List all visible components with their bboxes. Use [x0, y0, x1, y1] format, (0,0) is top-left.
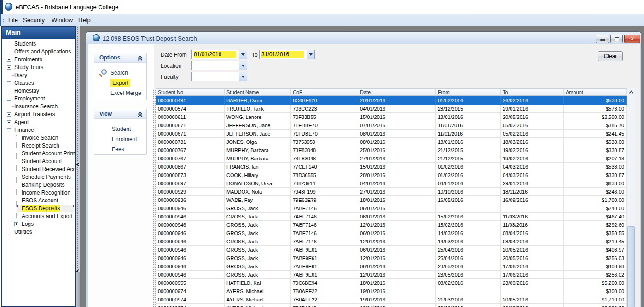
clear-button[interactable]: Clear: [598, 51, 623, 61]
sidebar-item-employment[interactable]: Employment: [2, 95, 75, 103]
dialog-titlebar[interactable]: 12.098 ESOS Trust Deposit Search ✕: [86, 32, 641, 44]
collapse-chevron-icon[interactable]: [138, 112, 143, 117]
sidebar-item-offers-and-applications[interactable]: Offers and Applications: [2, 48, 75, 56]
collapse-left-icon[interactable]: [76, 162, 80, 167]
options-item-export[interactable]: Export: [110, 80, 130, 86]
column-header-date[interactable]: Date: [358, 89, 436, 96]
sidebar-item-student-account[interactable]: Student Account: [2, 158, 75, 165]
collapse-chevron-icon[interactable]: [138, 55, 143, 61]
scrollbar-thumb[interactable]: [627, 226, 635, 307]
grid-row[interactable]: 0000000767MURPHY, Barbara73E8304825/01/2…: [156, 146, 627, 154]
expand-icon[interactable]: [7, 97, 11, 101]
sidebar-item-banking-deposits[interactable]: Banking Deposits: [2, 181, 75, 189]
expand-icon[interactable]: [7, 89, 11, 93]
sidebar-item-esos-account[interactable]: ESOS Account: [2, 197, 75, 205]
grid-row[interactable]: 0000000974AYERS, Michael7B0B134019/01/20…: [156, 304, 627, 307]
expand-icon[interactable]: [7, 65, 11, 70]
view-item-student[interactable]: Student: [112, 126, 131, 132]
sidebar-item-invoice-search[interactable]: Invoice Search: [2, 134, 75, 142]
splitter-grip[interactable]: [77, 27, 79, 270]
grid-row[interactable]: 0000000946GROSS, Jack7ABF714606/01/20161…: [156, 213, 627, 221]
sidebar-item-schedule-payments[interactable]: Schedule Payments: [2, 173, 75, 181]
grid-row[interactable]: 0000000897DONALDSON, Ursa7882391404/01/2…: [156, 179, 627, 188]
scroll-up-icon[interactable]: [627, 88, 636, 96]
grid-row[interactable]: 0000000936WADE, Fay79E63E7918/01/201616/…: [156, 196, 627, 204]
sidebar-item-student-account-print[interactable]: Student Account Print: [2, 150, 75, 158]
expand-icon[interactable]: [7, 58, 11, 62]
dropdown-arrow-icon[interactable]: [307, 50, 314, 59]
grid-row[interactable]: 0000000946GROSS, Jack7ABF9E6106/01/20162…: [156, 246, 627, 254]
grid-row[interactable]: 0000000767MURPHY, Barbara73E8304827/01/2…: [156, 154, 627, 163]
dropdown-arrow-icon[interactable]: [239, 50, 247, 59]
grid-row[interactable]: 0000000946GROSS, Jack7ABF9E6112/01/20162…: [156, 254, 627, 262]
menu-window[interactable]: Window: [52, 17, 73, 24]
minimize-button[interactable]: [596, 35, 609, 43]
grid-row[interactable]: 0000000946GROSS, Jack7ABF714612/01/20161…: [156, 237, 627, 246]
sidebar-splitter[interactable]: [76, 26, 80, 307]
column-header-student-name[interactable]: Student Name: [225, 89, 291, 96]
grid-row[interactable]: 0000000491BARBER, Daria6C6BF62020/01/201…: [156, 96, 627, 105]
grid-row[interactable]: 0000000974AYERS, Michael7B0AEF2219/01/20…: [156, 295, 627, 304]
view-item-fees[interactable]: Fees: [112, 146, 124, 153]
sidebar-item-income-recognition[interactable]: Income Recognition: [2, 189, 75, 197]
grid-row[interactable]: 0000000671JEFFERSON, Jade71FDBE7007/01/2…: [156, 121, 627, 130]
menu-file[interactable]: File: [8, 17, 18, 24]
expand-icon[interactable]: [7, 230, 11, 234]
faculty-combobox[interactable]: [191, 72, 247, 81]
sidebar-item-agent[interactable]: Agent: [2, 118, 75, 126]
sidebar-item-finance[interactable]: Finance: [2, 126, 75, 134]
grid-row[interactable]: 0000000873COOK, Hillary78D3655528/01/201…: [156, 171, 627, 179]
column-header-student-no[interactable]: Student No: [156, 89, 225, 96]
menu-grip-icon[interactable]: [3, 17, 4, 23]
sidebar-item-receipt-search[interactable]: Receipt Search: [2, 142, 75, 150]
options-item-excel-merge[interactable]: Excel Merge: [110, 90, 141, 96]
options-header[interactable]: Options: [94, 53, 146, 63]
collapse-icon[interactable]: [7, 128, 11, 132]
grid-row[interactable]: 0000000611WONG, Lenore70F83B5515/01/2016…: [156, 113, 627, 121]
grid-row[interactable]: 0000000946GROSS, Jack7ABF714606/01/2016$…: [156, 204, 627, 213]
sidebar-item-esos-deposits[interactable]: ESOS Deposits: [2, 205, 75, 213]
column-header-amount[interactable]: Amount: [564, 89, 627, 96]
date-to-combobox[interactable]: 31/01/2016: [259, 50, 315, 59]
grid-row[interactable]: 0000000946GROSS, Jack7ABF9E6106/01/20162…: [156, 262, 627, 271]
sidebar-item-students[interactable]: Students: [2, 40, 75, 48]
sidebar-item-airport-transfers[interactable]: Airport Transfers: [2, 111, 75, 118]
sidebar-item-study-tours[interactable]: Study Tours: [2, 64, 75, 71]
grid-row[interactable]: 0000000946GROSS, Jack7ABF714612/01/20161…: [156, 221, 627, 229]
grid-row[interactable]: 0000000946GROSS, Jack7ABF714606/01/20161…: [156, 229, 627, 237]
view-header[interactable]: View: [94, 109, 146, 119]
grid-row[interactable]: 0000000929MADDOX, Nola7943F19927/01/2016…: [156, 188, 627, 196]
column-header-coe[interactable]: CoE: [291, 89, 358, 96]
column-header-from[interactable]: From: [436, 89, 501, 96]
maximize-button[interactable]: [610, 35, 623, 43]
dropdown-arrow-icon[interactable]: [239, 61, 247, 70]
sidebar-item-enrolments[interactable]: Enrolments: [2, 56, 75, 64]
sidebar-item-classes[interactable]: Classes: [2, 79, 75, 87]
grid-row[interactable]: 0000000946GROSS, Jack7ABF9E6112/01/20162…: [156, 271, 627, 279]
location-combobox[interactable]: [191, 61, 247, 70]
sidebar-item-utilities[interactable]: Utilities: [2, 228, 75, 236]
column-header-to[interactable]: To: [501, 89, 564, 96]
view-item-enrolment[interactable]: Enrolment: [112, 136, 137, 142]
expand-icon[interactable]: [7, 81, 11, 85]
expand-icon[interactable]: [7, 120, 11, 124]
grid-row[interactable]: 0000000974AYERS, Michael7B0AEF2219/01/20…: [156, 287, 627, 295]
sidebar-item-logs[interactable]: Logs: [2, 220, 75, 228]
close-button[interactable]: ✕: [624, 35, 640, 43]
grid-row[interactable]: 0000000574TRUJILLO, Tarik703CC22304/01/2…: [156, 105, 627, 113]
sidebar-item-diary[interactable]: Diary: [2, 71, 75, 79]
dropdown-arrow-icon[interactable]: [239, 72, 247, 81]
grid-row[interactable]: 0000000955HATFIELD, Kai79C6BE9418/01/201…: [156, 279, 627, 287]
menu-security[interactable]: Security: [23, 17, 45, 24]
grid-vertical-scrollbar[interactable]: [627, 88, 635, 307]
sidebar-item-insurance-search[interactable]: Insurance Search: [2, 103, 75, 111]
sidebar-item-accounts-and-export[interactable]: Accounts and Export: [2, 213, 75, 220]
expand-icon[interactable]: [14, 222, 18, 226]
grid-row[interactable]: 0000000731JONES, Olga7375305908/01/20161…: [156, 138, 627, 146]
options-item-search[interactable]: Search: [110, 70, 128, 76]
grid-row[interactable]: 0000000671JEFFERSON, Jade71FDBE7008/01/2…: [156, 130, 627, 138]
expand-icon[interactable]: [7, 112, 11, 117]
date-from-combobox[interactable]: 01/01/2016: [191, 50, 247, 59]
sidebar-item-homestay[interactable]: Homestay: [2, 87, 75, 95]
menu-help[interactable]: Help: [78, 17, 91, 24]
